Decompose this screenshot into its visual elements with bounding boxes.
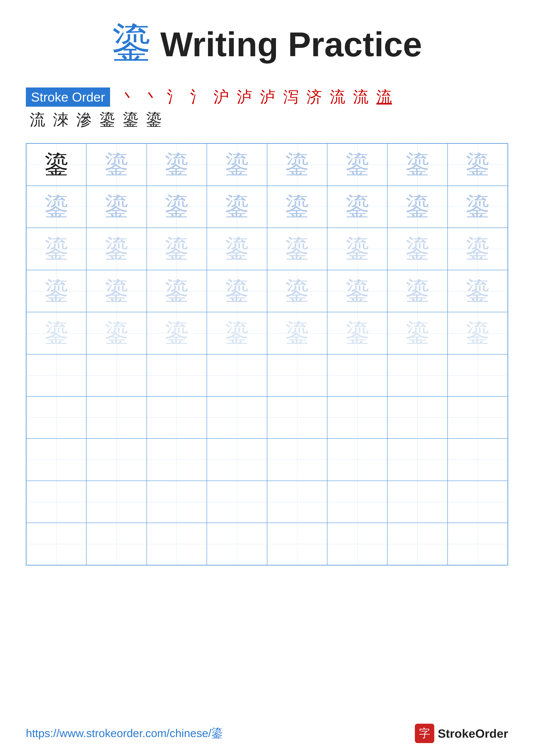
grid-cell[interactable]: 鎏: [207, 270, 267, 312]
grid-cell[interactable]: 鎏: [26, 270, 87, 312]
grid-cell[interactable]: 鎏: [387, 144, 447, 186]
grid-cell-empty[interactable]: [147, 354, 207, 396]
logo-icon: 字: [415, 724, 434, 743]
grid-cell[interactable]: 鎏: [147, 144, 207, 186]
grid-cell[interactable]: 鎏: [327, 270, 387, 312]
grid-cell-empty[interactable]: [26, 354, 87, 396]
grid-cell-empty[interactable]: [447, 481, 508, 523]
stroke-15: 滲: [76, 109, 92, 130]
grid-cell-empty[interactable]: [387, 481, 447, 523]
grid-cell[interactable]: 鎏: [87, 228, 146, 270]
char-light: 鎏: [225, 279, 249, 303]
grid-cell-empty[interactable]: [207, 523, 267, 565]
grid-cell[interactable]: 鎏: [267, 228, 327, 270]
footer-logo: 字 StrokeOrder: [415, 724, 508, 743]
grid-cell[interactable]: 鎏: [447, 270, 508, 312]
grid-cell[interactable]: 鎏: [207, 228, 267, 270]
char-light: 鎏: [345, 195, 369, 219]
stroke-4: 氵: [190, 87, 206, 107]
grid-cell-empty[interactable]: [87, 396, 146, 439]
grid-cell-empty[interactable]: [267, 439, 327, 481]
stroke-14: 淶: [53, 109, 68, 130]
char-light: 鎏: [406, 195, 429, 219]
grid-cell-empty[interactable]: [267, 481, 327, 523]
char-light: 鎏: [45, 195, 68, 219]
grid-cell-empty[interactable]: [387, 354, 447, 396]
char-light: 鎏: [285, 279, 309, 303]
grid-cell[interactable]: 鎏: [26, 144, 87, 186]
grid-cell[interactable]: 鎏: [447, 144, 508, 186]
grid-cell-empty[interactable]: [207, 439, 267, 481]
grid-cell[interactable]: 鎏: [327, 228, 387, 270]
grid-cell[interactable]: 鎏: [327, 144, 387, 186]
grid-cell-empty[interactable]: [207, 354, 267, 396]
stroke-7: 泸: [260, 87, 275, 107]
grid-cell[interactable]: 鎏: [147, 270, 207, 312]
grid-cell-empty[interactable]: [147, 396, 207, 439]
grid-cell[interactable]: 鎏: [267, 144, 327, 186]
grid-cell[interactable]: 鎏: [387, 312, 447, 354]
char-light: 鎏: [105, 279, 128, 303]
grid-cell[interactable]: 鎏: [87, 144, 146, 186]
grid-cell-empty[interactable]: [26, 439, 87, 481]
char-light: 鎏: [285, 153, 309, 176]
grid-cell[interactable]: 鎏: [87, 312, 146, 354]
grid-cell[interactable]: 鎏: [267, 186, 327, 228]
grid-cell[interactable]: 鎏: [387, 270, 447, 312]
grid-cell[interactable]: 鎏: [26, 186, 87, 228]
grid-cell-empty[interactable]: [267, 396, 327, 439]
grid-cell-empty[interactable]: [447, 354, 508, 396]
grid-cell[interactable]: 鎏: [207, 144, 267, 186]
grid-cell[interactable]: 鎏: [387, 228, 447, 270]
grid-cell-empty[interactable]: [447, 523, 508, 565]
grid-cell-empty[interactable]: [147, 481, 207, 523]
char-light: 鎏: [466, 195, 489, 219]
grid-cell[interactable]: 鎏: [147, 228, 207, 270]
char-light: 鎏: [285, 237, 309, 261]
title-char: 鎏: [112, 22, 151, 65]
grid-cell-empty[interactable]: [327, 523, 387, 565]
grid-cell[interactable]: 鎏: [447, 186, 508, 228]
grid-cell-empty[interactable]: [447, 439, 508, 481]
grid-cell-empty[interactable]: [267, 523, 327, 565]
grid-cell-empty[interactable]: [26, 481, 87, 523]
grid-cell[interactable]: 鎏: [207, 186, 267, 228]
grid-cell-empty[interactable]: [26, 396, 87, 439]
grid-cell[interactable]: 鎏: [207, 312, 267, 354]
grid-cell-empty[interactable]: [267, 354, 327, 396]
grid-cell[interactable]: 鎏: [447, 312, 508, 354]
grid-cell[interactable]: 鎏: [327, 186, 387, 228]
grid-cell-empty[interactable]: [387, 439, 447, 481]
grid-cell-empty[interactable]: [147, 439, 207, 481]
grid-cell[interactable]: 鎏: [147, 312, 207, 354]
grid-cell-empty[interactable]: [87, 354, 146, 396]
grid-cell-empty[interactable]: [327, 481, 387, 523]
grid-cell-empty[interactable]: [387, 523, 447, 565]
grid-cell-empty[interactable]: [207, 481, 267, 523]
grid-cell-empty[interactable]: [87, 481, 146, 523]
grid-cell-empty[interactable]: [327, 354, 387, 396]
grid-cell-empty[interactable]: [87, 523, 146, 565]
logo-text: StrokeOrder: [438, 726, 508, 741]
practice-grid: 鎏 鎏 鎏 鎏 鎏 鎏 鎏 鎏 鎏 鎏 鎏: [26, 143, 508, 565]
grid-cell[interactable]: 鎏: [26, 312, 87, 354]
grid-cell-empty[interactable]: [387, 396, 447, 439]
grid-cell-empty[interactable]: [447, 396, 508, 439]
grid-cell-empty[interactable]: [87, 439, 146, 481]
stroke-13: 流: [30, 109, 45, 130]
grid-cell-empty[interactable]: [327, 439, 387, 481]
grid-cell[interactable]: 鎏: [87, 270, 146, 312]
grid-cell-empty[interactable]: [26, 523, 87, 565]
grid-cell[interactable]: 鎏: [147, 186, 207, 228]
grid-cell[interactable]: 鎏: [87, 186, 146, 228]
grid-cell[interactable]: 鎏: [387, 186, 447, 228]
grid-cell[interactable]: 鎏: [267, 270, 327, 312]
grid-cell[interactable]: 鎏: [447, 228, 508, 270]
grid-cell[interactable]: 鎏: [267, 312, 327, 354]
grid-cell-empty[interactable]: [147, 523, 207, 565]
grid-cell[interactable]: 鎏: [327, 312, 387, 354]
footer-url[interactable]: https://www.strokeorder.com/chinese/鎏: [26, 726, 222, 741]
grid-cell[interactable]: 鎏: [26, 228, 87, 270]
grid-cell-empty[interactable]: [327, 396, 387, 439]
grid-cell-empty[interactable]: [207, 396, 267, 439]
